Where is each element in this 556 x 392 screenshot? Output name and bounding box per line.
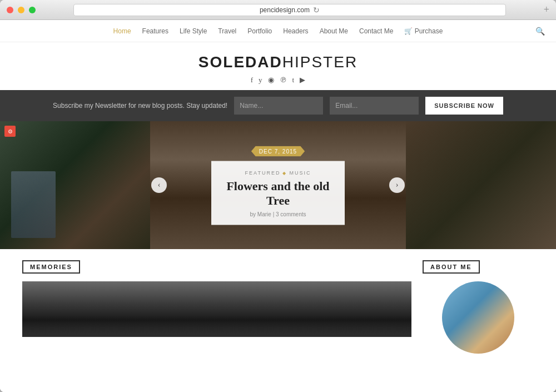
site-title-bold: SOLEDAD [198,53,282,71]
nav-items: Home Features Life Style Travel Portfoli… [113,27,443,35]
address-bar[interactable]: pencidesign.com ↻ [73,4,506,16]
date-badge: DEC 7, 2015 [251,146,305,157]
slide-meta: by Marie | 3 comments [225,211,331,217]
twitter-icon[interactable]: y [259,76,262,85]
about-heading: ABOUT ME [423,260,480,274]
nav-lifestyle[interactable]: Life Style [180,27,207,35]
youtube-icon[interactable]: ▶ [300,76,305,85]
slide-right [406,121,556,249]
meta-by: by [250,211,256,217]
memories-image [22,281,411,337]
website-content: Home Features Life Style Travel Portfoli… [0,20,556,392]
meta-comments[interactable]: 3 comments [276,211,306,217]
maximize-button[interactable] [29,7,36,13]
nav-purchase[interactable]: 🛒 Purchase [404,27,443,35]
nav-travel[interactable]: Travel [218,27,236,35]
pinterest-icon[interactable]: ℗ [280,76,287,85]
newsletter-bar: Subscribe my Newsletter for new blog pos… [0,90,556,121]
category-featured: FEATURED [245,170,281,176]
nav-features[interactable]: Features [142,27,168,35]
instagram-icon[interactable]: ◉ [268,76,274,85]
newsletter-text: Subscribe my Newsletter for new blog pos… [53,102,227,110]
close-button[interactable] [7,7,13,13]
search-icon[interactable]: 🔍 [535,27,545,36]
refresh-icon[interactable]: ↻ [313,6,320,14]
nav-home[interactable]: Home [113,27,131,35]
nav-headers[interactable]: Headers [283,27,308,35]
about-image [442,281,514,354]
tumblr-icon[interactable]: t [292,76,295,85]
newsletter-email-input[interactable] [330,97,419,115]
nav-portfolio[interactable]: Portfolio [247,27,272,35]
url-text: pencidesign.com [260,6,310,14]
facebook-icon[interactable]: f [251,76,253,85]
browser-frame: pencidesign.com ↻ + Home Features Life S… [0,0,556,392]
slideshow: ⚙ DEC 7, 2015 FEATURED ◆ MUSIC Flowers a… [0,121,556,249]
slide-left-image [0,121,150,249]
slide-card: FEATURED ◆ MUSIC Flowers and the old Tre… [211,161,345,225]
category-music: MUSIC [289,170,311,176]
meta-author[interactable]: Marie [257,211,271,217]
memories-heading: MEMORIES [22,260,80,274]
next-arrow[interactable]: › [389,177,405,193]
newsletter-name-input[interactable] [234,97,323,115]
slide-category: FEATURED ◆ MUSIC [225,170,331,176]
slide-center: DEC 7, 2015 FEATURED ◆ MUSIC Flowers and… [150,121,406,249]
nav-about[interactable]: About Me [320,27,348,35]
slide-title: Flowers and the old Tree [225,179,331,208]
site-title-light: HIPSTER [282,53,358,71]
bottom-section: MEMORIES ABOUT ME [0,249,556,392]
settings-icon[interactable]: ⚙ [4,126,16,137]
about-section: ABOUT ME [423,260,534,381]
minimize-button[interactable] [18,7,24,13]
browser-titlebar: pencidesign.com ↻ + [0,0,556,20]
site-header: SOLEDADHIPSTER f y ◉ ℗ t ▶ [0,42,556,90]
new-tab-button[interactable]: + [544,4,549,16]
nav-bar: Home Features Life Style Travel Portfoli… [0,20,556,42]
prev-arrow[interactable]: ‹ [151,177,167,193]
slide-right-image [406,121,556,249]
nav-contact[interactable]: Contact Me [359,27,393,35]
slide-overlay: DEC 7, 2015 FEATURED ◆ MUSIC Flowers and… [211,146,345,225]
site-title: SOLEDADHIPSTER [0,53,556,71]
diamond-icon: ◆ [282,170,287,175]
social-icons: f y ◉ ℗ t ▶ [0,76,556,85]
subscribe-button[interactable]: SUBSCRIBE NOW [425,97,503,115]
slide-left: ⚙ [0,121,150,249]
memories-section: MEMORIES [22,260,411,381]
meta-separator: | [273,211,275,217]
